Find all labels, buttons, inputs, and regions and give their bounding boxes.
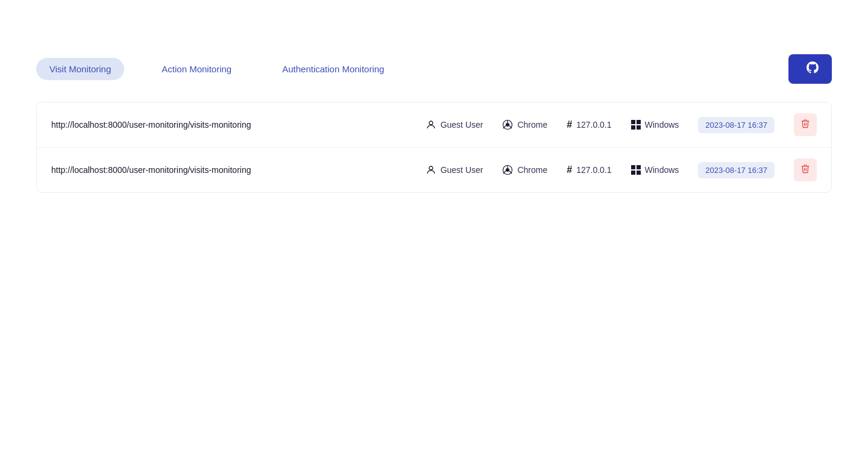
trash-icon [800, 164, 810, 176]
user-label: Guest User [441, 120, 483, 130]
user-label: Guest User [441, 165, 483, 175]
hash-icon: # [567, 165, 572, 175]
user-info: Guest User [426, 119, 483, 130]
user-icon [426, 119, 436, 130]
ip-info: # 127.0.0.1 [567, 119, 611, 130]
github-icon [807, 61, 819, 77]
row-meta: Guest User Chrome # [426, 158, 817, 181]
hash-icon: # [567, 119, 572, 130]
delete-button[interactable] [794, 113, 817, 136]
delete-button[interactable] [794, 158, 817, 181]
browser-info: Chrome [502, 165, 547, 175]
nav-row: Visit Monitoring Action Monitoring Authe… [36, 54, 832, 84]
ip-info: # 127.0.0.1 [567, 165, 611, 175]
table-row: http://localhost:8000/user-monitoring/vi… [37, 102, 831, 148]
table-row: http://localhost:8000/user-monitoring/vi… [37, 148, 831, 192]
svg-point-8 [506, 168, 509, 172]
visits-table: http://localhost:8000/user-monitoring/vi… [36, 102, 832, 193]
ip-label: 127.0.0.1 [576, 165, 611, 175]
svg-point-2 [506, 123, 509, 127]
date-badge: 2023-08-17 16:37 [698, 117, 775, 133]
chrome-icon [502, 119, 513, 130]
tab-authentication-monitoring[interactable]: Authentication Monitoring [269, 58, 397, 80]
tabs: Visit Monitoring Action Monitoring Authe… [36, 58, 397, 80]
date-badge: 2023-08-17 16:37 [698, 162, 775, 178]
os-info: Windows [631, 120, 679, 130]
tab-action-monitoring[interactable]: Action Monitoring [148, 58, 245, 80]
row-url: http://localhost:8000/user-monitoring/vi… [51, 165, 414, 175]
trash-icon [800, 119, 810, 131]
browser-info: Chrome [502, 119, 547, 130]
windows-icon [631, 165, 641, 175]
github-button[interactable] [788, 54, 832, 84]
user-icon [426, 165, 436, 175]
os-info: Windows [631, 165, 679, 175]
browser-label: Chrome [517, 165, 547, 175]
browser-label: Chrome [517, 120, 547, 130]
os-label: Windows [645, 120, 679, 130]
windows-icon [631, 120, 641, 130]
tab-visit-monitoring[interactable]: Visit Monitoring [36, 58, 124, 80]
os-label: Windows [645, 165, 679, 175]
ip-label: 127.0.0.1 [576, 120, 611, 130]
svg-point-6 [429, 166, 433, 170]
row-url: http://localhost:8000/user-monitoring/vi… [51, 120, 414, 130]
user-info: Guest User [426, 165, 483, 175]
chrome-icon [502, 165, 513, 175]
row-meta: Guest User Chrome # [426, 113, 817, 136]
svg-point-0 [429, 121, 433, 125]
